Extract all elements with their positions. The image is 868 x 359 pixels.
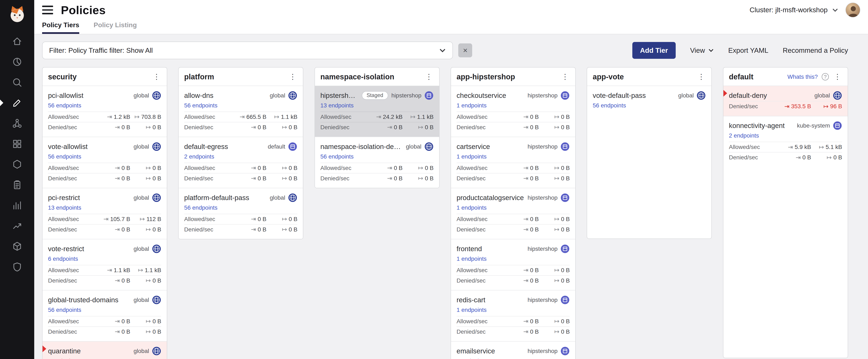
arrow-from-bar-icon: ↦	[282, 175, 287, 182]
policy-card[interactable]: konnectivity-agentkube-system2 endpoints…	[723, 116, 848, 167]
policy-card[interactable]: global-trusted-domainsglobal56 endpoints…	[42, 290, 167, 341]
policy-card[interactable]: pci-allowlistglobal56 endpointsAllowed/s…	[42, 86, 167, 137]
tier-menu-button[interactable]: ⋮	[696, 73, 706, 80]
endpoints-link[interactable]: 1 endpoints	[457, 307, 487, 313]
pie-chart-icon	[11, 56, 23, 67]
endpoints-link[interactable]: 2 endpoints	[729, 132, 759, 139]
arrow-from-bar-icon: ↦	[282, 124, 287, 130]
tier-column-platform: platform⋮allow-dnsglobal56 endpointsAllo…	[178, 67, 303, 239]
endpoints-link[interactable]: 56 endpoints	[320, 153, 353, 160]
alert-flag-icon	[723, 90, 727, 96]
policy-card[interactable]: vote-allowlistglobal56 endpointsAllowed/…	[42, 137, 167, 188]
shield-icon	[11, 261, 23, 272]
sidebar-item-service-graph[interactable]	[0, 113, 34, 134]
egress-value: 1.1 kB	[281, 114, 297, 120]
user-avatar[interactable]	[845, 2, 860, 18]
arrow-from-bar-icon: ↦	[146, 175, 151, 182]
ingress-value: 0 B	[394, 175, 403, 182]
sidebar-item-timeline[interactable]	[0, 195, 34, 216]
whats-this-link[interactable]: Whats this?	[787, 74, 818, 80]
sidebar-item-flow-visualizer[interactable]	[0, 72, 34, 93]
policy-card[interactable]: cartservicehipstershop1 endpointsAllowed…	[451, 137, 575, 188]
sidebar-item-home[interactable]	[0, 31, 34, 52]
export-yaml-button[interactable]: Export YAML	[728, 47, 768, 54]
sidebar-item-network-sets[interactable]	[0, 154, 34, 175]
sidebar-item-compliance-reports[interactable]	[0, 174, 34, 195]
endpoints-link[interactable]: 13 endpoints	[48, 204, 81, 211]
tier-column-default: defaultWhats this??⋮default-denyglobalDe…	[723, 67, 848, 358]
endpoints-link[interactable]: 1 endpoints	[457, 153, 487, 160]
endpoints-link[interactable]: 0 endpoints	[48, 358, 78, 359]
policy-name: default-deny	[729, 92, 811, 100]
main-area: Policies Cluster: jlt-msft-workshop Poli…	[34, 0, 868, 359]
policy-card[interactable]: redis-carthipstershop1 endpointsAllowed/…	[451, 290, 575, 341]
sidebar-item-endpoints[interactable]	[0, 134, 34, 154]
add-tier-button[interactable]: Add Tier	[632, 42, 676, 59]
cluster-selector[interactable]: Cluster: jlt-msft-workshop	[749, 6, 838, 14]
policy-card[interactable]: productcatalogservicehipstershop1 endpoi…	[451, 188, 575, 239]
endpoints-link[interactable]: 56 endpoints	[184, 102, 217, 109]
policy-name: productcatalogservice	[457, 194, 524, 202]
view-menu-button[interactable]: View	[690, 47, 714, 54]
tier-menu-button[interactable]: ⋮	[152, 73, 161, 80]
endpoints-link[interactable]: 56 endpoints	[48, 307, 81, 313]
network-graph-icon	[11, 118, 23, 129]
recommend-policy-button[interactable]: Recommend a Policy	[783, 47, 848, 54]
egress-value: 0 B	[153, 165, 161, 171]
ingress-stat: ⇥5.9 kB	[780, 144, 811, 150]
arrow-to-bar-icon: ⇥	[523, 165, 528, 171]
clear-filter-button[interactable]: ×	[458, 44, 472, 57]
ingress-stat: ⇥0 B	[99, 226, 130, 233]
endpoints-link[interactable]: 56 endpoints	[593, 102, 626, 109]
policy-card[interactable]: allow-dnsglobal56 endpointsAllowed/sec⇥6…	[179, 86, 303, 137]
endpoints-link[interactable]: 13 endpoints	[320, 102, 353, 109]
traffic-stat-row: Denied/sec⇥0 B↦0 B	[48, 224, 161, 234]
policy-card[interactable]: quarantineglobal0 endpoints	[42, 341, 167, 359]
menu-toggle-button[interactable]	[42, 6, 53, 15]
ingress-value: 0 B	[122, 318, 130, 325]
policy-card[interactable]: pci-restrictglobal13 endpointsAllowed/se…	[42, 188, 167, 239]
policy-card[interactable]: checkoutservicehipstershop1 endpointsAll…	[451, 86, 575, 137]
policy-tier-board: security⋮pci-allowlistglobal56 endpoints…	[34, 65, 868, 359]
endpoints-link[interactable]: 2 endpoints	[184, 153, 214, 160]
policy-card-header: hipstershop-gh...Stagedhipstershop	[320, 90, 434, 101]
ingress-stat: ⇥0 B	[508, 267, 539, 274]
tab-policy-tiers[interactable]: Policy Tiers	[42, 21, 79, 34]
policy-card[interactable]: platform-default-passglobal56 endpointsA…	[179, 188, 303, 239]
policy-card[interactable]: default-denyglobalDenied/sec⇥353.5 B↦96 …	[723, 86, 848, 116]
endpoints-link[interactable]: 56 endpoints	[48, 153, 81, 160]
endpoints-link[interactable]: 56 endpoints	[48, 102, 81, 109]
policy-name: vote-restrict	[48, 245, 130, 253]
policy-card[interactable]: hipstershop-gh...Stagedhipstershop13 end…	[315, 86, 439, 137]
endpoints-link[interactable]: 1 endpoints	[457, 358, 487, 359]
sidebar-item-observability[interactable]	[0, 216, 34, 236]
policy-card[interactable]: vote-default-passglobal56 endpoints	[587, 86, 711, 116]
policy-card[interactable]: emailservicehipstershop1 endpointsAllowe…	[451, 341, 575, 359]
sidebar-item-threat-defense[interactable]	[0, 256, 34, 277]
stat-label: Denied/sec	[48, 328, 99, 335]
sidebar-item-image-assurance[interactable]	[0, 236, 34, 257]
policy-card[interactable]: vote-restrictglobal6 endpointsAllowed/se…	[42, 239, 167, 290]
sidebar-item-dashboards[interactable]	[0, 52, 34, 72]
egress-value: 0 B	[561, 114, 570, 120]
stat-label: Denied/sec	[184, 124, 236, 131]
traffic-stat-row: Denied/sec⇥0 B↦0 B	[184, 224, 298, 234]
endpoints-link[interactable]: 1 endpoints	[457, 204, 487, 211]
tier-menu-button[interactable]: ⋮	[288, 73, 297, 80]
tier-menu-button[interactable]: ⋮	[424, 73, 434, 80]
endpoints-link[interactable]: 6 endpoints	[48, 255, 78, 262]
sidebar-item-policies[interactable]	[0, 93, 34, 113]
endpoints-link[interactable]: 1 endpoints	[457, 255, 487, 262]
endpoints-link[interactable]: 1 endpoints	[457, 102, 487, 109]
tier-menu-button[interactable]: ⋮	[833, 73, 842, 80]
arrow-from-bar-icon: ↦	[282, 226, 287, 232]
traffic-filter-select[interactable]: Filter: Policy Traffic filter: Show All	[42, 42, 453, 59]
scope-label: global	[133, 246, 149, 252]
help-icon[interactable]: ?	[822, 73, 829, 80]
policy-card[interactable]: namespace-isolation-default-p...global56…	[315, 137, 439, 188]
policy-card[interactable]: default-egressdefault2 endpointsAllowed/…	[179, 137, 303, 188]
policy-card[interactable]: frontendhipstershop1 endpointsAllowed/se…	[451, 239, 575, 290]
tier-menu-button[interactable]: ⋮	[560, 73, 570, 80]
tab-policy-listing[interactable]: Policy Listing	[94, 21, 137, 34]
endpoints-link[interactable]: 56 endpoints	[184, 204, 217, 211]
